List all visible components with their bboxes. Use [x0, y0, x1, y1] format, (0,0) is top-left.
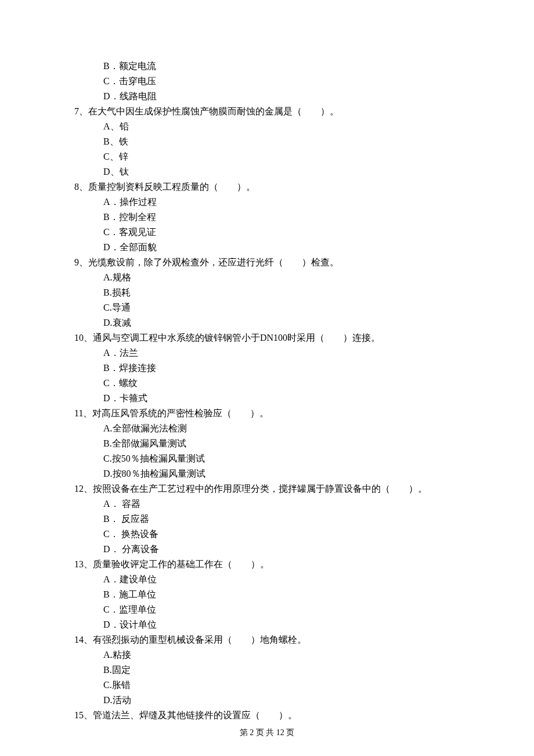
page-footer: 第 2 页 共 12 页 — [0, 726, 534, 739]
question-option: B．施工单位 — [74, 588, 460, 602]
question-option: C、锌 — [74, 150, 460, 164]
orphan-option: C．击穿电压 — [74, 74, 460, 88]
question-option: D．卡箍式 — [74, 391, 460, 405]
question-option: C.导通 — [74, 301, 460, 315]
question-option: A、铅 — [74, 120, 460, 134]
question-option: C．螺纹 — [74, 376, 460, 390]
question-option: A．操作过程 — [74, 195, 460, 209]
orphan-option: B．额定电流 — [74, 59, 460, 73]
question-option: B.固定 — [74, 663, 460, 677]
question-stem: 10、通风与空调工程中水系统的镀锌钢管小于DN100时采用（ ）连接。 — [74, 331, 460, 345]
question-option: A.规格 — [74, 271, 460, 285]
page-container: B．额定电流 C．击穿电压 D．线路电阻 7、在大气中因生成保护性腐蚀产物膜而耐… — [0, 0, 534, 756]
question-stem: 13、质量验收评定工作的基础工作在（ ）。 — [74, 557, 460, 571]
question-stem: 12、按照设备在生产工艺过程中的作用原理分类，搅拌罐属于静置设备中的（ ）。 — [74, 482, 460, 496]
question-stem: 15、管道法兰、焊缝及其他链接件的设置应（ ）。 — [74, 708, 460, 722]
question-option: A．法兰 — [74, 346, 460, 360]
question-option: C.按50％抽检漏风量测试 — [74, 452, 460, 466]
orphan-option: D．线路电阻 — [74, 89, 460, 103]
question-option: A.全部做漏光法检测 — [74, 422, 460, 435]
question-option: D.活动 — [74, 693, 460, 707]
question-option: B、铁 — [74, 135, 460, 149]
question-stem: 14、有强烈振动的重型机械设备采用（ ）地角螺栓。 — [74, 633, 460, 647]
question-option: D． 分离设备 — [74, 542, 460, 556]
question-option: B.全部做漏风量测试 — [74, 437, 460, 451]
question-option: D.按80％抽检漏风量测试 — [74, 467, 460, 481]
question-option: A．建设单位 — [74, 573, 460, 586]
question-option: C． 换热设备 — [74, 527, 460, 541]
question-stem: 11、对高压风管系统的严密性检验应（ ）。 — [74, 406, 460, 420]
question-stem: 8、质量控制资料反映工程质量的（ ）。 — [74, 180, 460, 194]
question-stem: 7、在大气中因生成保护性腐蚀产物膜而耐蚀的金属是（ ）。 — [74, 105, 460, 118]
question-option: B． 反应器 — [74, 512, 460, 526]
question-stem: 9、光缆敷设前，除了外观检查外，还应进行光纤（ ）检查。 — [74, 255, 460, 269]
question-option: C.胀错 — [74, 678, 460, 692]
question-option: C．监理单位 — [74, 603, 460, 617]
question-option: B.损耗 — [74, 286, 460, 300]
question-option: D.衰减 — [74, 316, 460, 330]
question-option: B．控制全程 — [74, 210, 460, 224]
question-option: C．客观见证 — [74, 225, 460, 239]
question-option: A． 容器 — [74, 497, 460, 511]
question-option: D．设计单位 — [74, 618, 460, 632]
question-option: D、钛 — [74, 165, 460, 179]
question-option: D．全部面貌 — [74, 240, 460, 254]
question-option: A.粘接 — [74, 648, 460, 662]
question-option: B．焊接连接 — [74, 361, 460, 375]
